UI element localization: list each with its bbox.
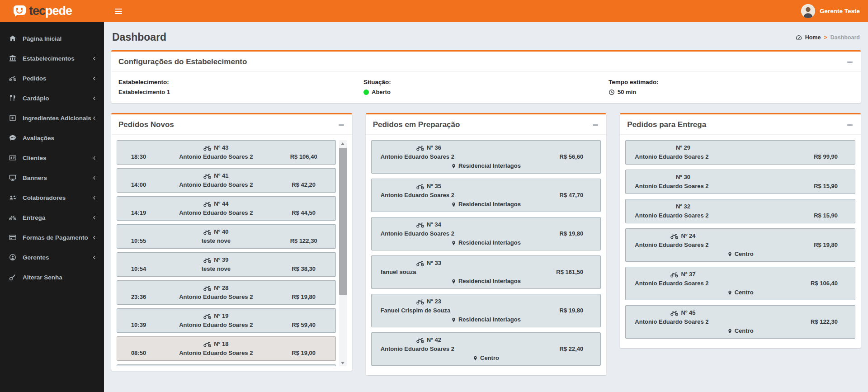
sidebar-item-ingredientes-adicionais[interactable]: Ingredientes Adicionais bbox=[0, 108, 104, 128]
sidebar-item-clientes[interactable]: Clientes bbox=[0, 148, 104, 168]
order-location: Residencial Interlagos bbox=[458, 200, 521, 209]
page-title: Dashboard bbox=[112, 31, 166, 43]
chevron-left-icon bbox=[92, 255, 97, 260]
sidebar-item-entrega[interactable]: Entrega bbox=[0, 208, 104, 227]
order-card[interactable]: Nº 36 Antonio Eduardo Soares 2 R$ 56,60 … bbox=[371, 140, 601, 174]
order-customer: Antonio Eduardo Soares 2 bbox=[160, 293, 272, 302]
bank-icon bbox=[9, 55, 17, 62]
order-location: Residencial Interlagos bbox=[458, 315, 521, 324]
scroll-down-arrow[interactable] bbox=[339, 359, 347, 366]
order-card[interactable]: Nº 43 18:30 Antonio Eduardo Soares 2 R$ … bbox=[117, 140, 336, 165]
scroll-up-arrow[interactable] bbox=[339, 140, 347, 147]
sidebar-item-cardapio[interactable]: Cardápio bbox=[0, 88, 104, 108]
sidebar-item-estabelecimentos[interactable]: Estabelecimentos bbox=[0, 48, 104, 68]
users-icon bbox=[9, 194, 17, 201]
desktop-icon bbox=[9, 174, 17, 181]
order-customer: Antonio Eduardo Soares 2 bbox=[626, 152, 708, 161]
order-price: R$ 19,80 bbox=[814, 241, 855, 250]
motorcycle-icon bbox=[670, 233, 678, 239]
scrollbar-thumb[interactable] bbox=[339, 148, 347, 295]
order-card[interactable]: Nº 39 10:54 teste nove R$ 38,30 bbox=[117, 252, 336, 277]
order-card[interactable]: Nº 42 Antonio Eduardo Soares 2 R$ 22,40 … bbox=[371, 332, 601, 366]
orders-list: Nº 43 18:30 Antonio Eduardo Soares 2 R$ … bbox=[117, 140, 336, 366]
order-price: R$ 106,40 bbox=[272, 152, 335, 161]
order-price: R$ 19,80 bbox=[272, 293, 335, 302]
order-price: R$ 15,90 bbox=[814, 182, 855, 191]
order-customer: Fanuel Crispim de Souza bbox=[372, 306, 451, 315]
sidebar-item-formas-de-pagamento[interactable]: Formas de Pagamento bbox=[0, 227, 104, 247]
order-card[interactable]: Nº 17 bbox=[117, 364, 336, 366]
sidebar-item-pagina-inicial[interactable]: Página Inicial bbox=[0, 28, 104, 48]
scrollbar[interactable] bbox=[339, 140, 347, 366]
order-card[interactable]: Nº 35 Antonio Eduardo Soares 2 R$ 47,70 … bbox=[371, 179, 601, 212]
order-location: Centro bbox=[735, 326, 754, 335]
order-price: R$ 99,90 bbox=[814, 152, 855, 161]
user-name: Gerente Teste bbox=[820, 8, 860, 14]
collapse-button[interactable] bbox=[846, 60, 854, 65]
collapse-button[interactable] bbox=[846, 123, 854, 128]
config-panel-title: Configurações do Estabelecimento bbox=[118, 57, 247, 66]
motorcycle-icon bbox=[203, 257, 211, 263]
collapse-button[interactable] bbox=[338, 123, 345, 128]
id-card-icon bbox=[9, 154, 17, 161]
order-location: Centro bbox=[735, 288, 754, 297]
order-customer: Antonio Eduardo Soares 2 bbox=[160, 208, 272, 217]
sidebar-item-alterar-senha[interactable]: Alterar Senha bbox=[0, 267, 104, 287]
chevron-left-icon bbox=[92, 56, 97, 61]
order-card[interactable]: Nº 24 Antonio Eduardo Soares 2 R$ 19,80 … bbox=[625, 228, 855, 262]
sidebar-item-banners[interactable]: Banners bbox=[0, 168, 104, 188]
order-card[interactable]: Nº 45 Antonio Eduardo Soares 2 R$ 122,30… bbox=[625, 305, 855, 339]
order-card[interactable]: Nº 37 Antonio Eduardo Soares 2 R$ 106,40… bbox=[625, 267, 855, 300]
order-card[interactable]: Nº 28 23:36 Antonio Eduardo Soares 2 R$ … bbox=[117, 280, 336, 305]
collapse-button[interactable] bbox=[592, 123, 599, 128]
chevron-left-icon bbox=[92, 235, 97, 240]
breadcrumb-home-link[interactable]: Home bbox=[805, 34, 821, 41]
motorcycle-icon bbox=[416, 145, 424, 151]
sidebar-item-colaboradores[interactable]: Colaboradores bbox=[0, 188, 104, 208]
motorcycle-icon bbox=[203, 341, 211, 347]
order-customer: teste nove bbox=[160, 264, 272, 274]
order-card[interactable]: Nº 34 Antonio Eduardo Soares 2 R$ 19,80 … bbox=[371, 217, 601, 250]
order-customer: Antonio Eduardo Soares 2 bbox=[626, 211, 708, 220]
order-customer: Antonio Eduardo Soares 2 bbox=[160, 152, 272, 161]
order-card[interactable]: Nº 18 08:50 Antonio Eduardo Soares 2 R$ … bbox=[117, 336, 336, 361]
order-time: 14:19 bbox=[117, 208, 160, 217]
order-customer: Antonio Eduardo Soares 2 bbox=[372, 152, 454, 161]
sidebar-item-gerentes[interactable]: Gerentes bbox=[0, 247, 104, 267]
order-card[interactable]: Nº 19 10:39 Antonio Eduardo Soares 2 R$ … bbox=[117, 308, 336, 333]
order-price: R$ 19,80 bbox=[560, 229, 601, 238]
sidebar-menu: Página Inicial Estabelecimentos Pedidos … bbox=[0, 22, 104, 392]
chevron-left-icon bbox=[92, 116, 97, 121]
order-customer: Antonio Eduardo Soares 2 bbox=[626, 279, 708, 288]
motorcycle-icon bbox=[416, 298, 424, 305]
order-price: R$ 56,60 bbox=[560, 152, 601, 161]
order-card[interactable]: Nº 32 Antonio Eduardo Soares 2 R$ 15,90 bbox=[625, 199, 855, 223]
sidebar-toggle-button[interactable] bbox=[112, 6, 125, 17]
chevron-left-icon bbox=[92, 195, 97, 200]
order-card[interactable]: Nº 23 Fanuel Crispim de Souza R$ 19,80 R… bbox=[371, 294, 601, 327]
utensils-icon bbox=[9, 94, 17, 102]
order-card[interactable]: Nº 44 14:19 Antonio Eduardo Soares 2 R$ … bbox=[117, 196, 336, 221]
breadcrumb-current: Dashboard bbox=[830, 34, 860, 41]
motorcycle-icon bbox=[416, 337, 424, 343]
user-menu[interactable]: Gerente Teste bbox=[801, 4, 860, 18]
logo-wordmark: tecpede bbox=[29, 5, 72, 17]
order-card[interactable]: Nº 30 Antonio Eduardo Soares 2 R$ 15,90 bbox=[625, 170, 855, 194]
order-card[interactable]: Nº 29 Antonio Eduardo Soares 2 R$ 99,90 bbox=[625, 140, 855, 165]
order-price: R$ 122,30 bbox=[272, 236, 335, 246]
order-card[interactable]: Nº 41 14:00 Antonio Eduardo Soares 2 R$ … bbox=[117, 168, 336, 193]
panel-pedidos-novos: Pedidos Novos Nº 43 18:30 Antonio Eduard… bbox=[111, 113, 352, 371]
app-logo[interactable]: tecpede bbox=[0, 0, 104, 22]
order-customer: Antonio Eduardo Soares 2 bbox=[372, 191, 454, 200]
map-pin-icon bbox=[451, 163, 456, 169]
config-field: Estabelecimento: Estabelecimento 1 bbox=[118, 79, 363, 95]
chevron-left-icon bbox=[92, 175, 97, 180]
order-customer: Antonio Eduardo Soares 2 bbox=[160, 321, 272, 330]
order-card[interactable]: Nº 40 10:55 teste nove R$ 122,30 bbox=[117, 224, 336, 249]
map-pin-icon bbox=[451, 317, 456, 323]
breadcrumb: Home > Dashboard bbox=[796, 34, 860, 41]
sidebar-item-pedidos[interactable]: Pedidos bbox=[0, 68, 104, 88]
map-pin-icon bbox=[473, 355, 478, 361]
sidebar-item-avaliacoes[interactable]: Avaliações bbox=[0, 128, 104, 148]
order-card[interactable]: Nº 33 fanuel souza R$ 161,50 Residencial… bbox=[371, 255, 601, 289]
